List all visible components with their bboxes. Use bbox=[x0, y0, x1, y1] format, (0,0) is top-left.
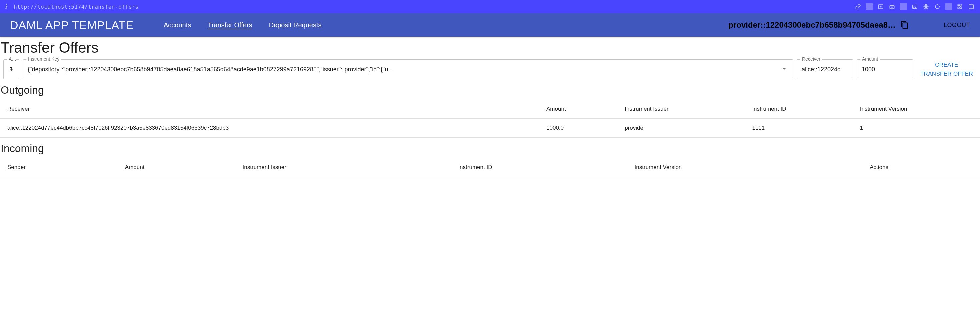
create-label-line2: TRANSFER OFFER bbox=[920, 69, 973, 78]
nav-deposit-requests[interactable]: Deposit Requests bbox=[269, 21, 322, 29]
table-header-row: Receiver Amount Instrument Issuer Instru… bbox=[0, 100, 980, 119]
cell-id: 1111 bbox=[745, 119, 852, 138]
copy-icon[interactable] bbox=[900, 21, 909, 29]
outgoing-table: Receiver Amount Instrument Issuer Instru… bbox=[0, 100, 980, 138]
url-display: http://localhost:5174/transfer-offers bbox=[14, 4, 138, 10]
col-amount: Amount bbox=[118, 158, 235, 177]
cell-issuer: provider bbox=[617, 119, 745, 138]
devtools-icons bbox=[855, 3, 975, 10]
nav-accounts[interactable]: Accounts bbox=[164, 21, 191, 29]
link-icon[interactable] bbox=[855, 3, 861, 10]
col-id: Instrument ID bbox=[745, 100, 852, 119]
account-select[interactable]: A.. 1̶ bbox=[3, 59, 19, 79]
puzzle-icon[interactable] bbox=[957, 3, 963, 10]
globe-icon[interactable] bbox=[923, 3, 929, 10]
party-id: provider::12204300ebc7b658b94705daea8… bbox=[728, 20, 896, 30]
crosshair-icon[interactable] bbox=[934, 3, 941, 10]
download-icon[interactable] bbox=[877, 3, 884, 10]
table-header-row: Sender Amount Instrument Issuer Instrume… bbox=[0, 158, 980, 177]
amount-field[interactable]: Amount bbox=[857, 59, 913, 79]
receiver-field[interactable]: Receiver bbox=[797, 59, 853, 79]
svg-rect-6 bbox=[969, 5, 974, 9]
receiver-input[interactable] bbox=[802, 66, 848, 73]
instrument-select[interactable]: Instrument Key {"depository":"provider::… bbox=[23, 59, 793, 79]
col-issuer: Instrument Issuer bbox=[235, 158, 451, 177]
incoming-table: Sender Amount Instrument Issuer Instrume… bbox=[0, 158, 980, 177]
app-bar: DAML APP TEMPLATE Accounts Transfer Offe… bbox=[0, 13, 980, 37]
col-sender: Sender bbox=[0, 158, 118, 177]
devtools-bar: i http://localhost:5174/transfer-offers bbox=[0, 0, 980, 13]
cell-version: 1 bbox=[853, 119, 980, 138]
terminal-icon[interactable] bbox=[912, 3, 918, 10]
nav-transfer-offers[interactable]: Transfer Offers bbox=[208, 21, 252, 29]
instrument-value: {"depository":"provider::12204300ebc7b65… bbox=[28, 66, 778, 73]
divider bbox=[945, 3, 952, 10]
svg-point-2 bbox=[891, 6, 893, 8]
incoming-heading: Incoming bbox=[0, 142, 980, 155]
table-row: alice::122024d77ec44db6bb7cc48f7026ff923… bbox=[0, 119, 980, 138]
instrument-label: Instrument Key bbox=[26, 56, 61, 62]
divider bbox=[900, 3, 907, 10]
panel-icon[interactable] bbox=[968, 3, 975, 10]
main-nav: Accounts Transfer Offers Deposit Request… bbox=[164, 21, 322, 29]
col-version: Instrument Version bbox=[853, 100, 980, 119]
cell-receiver: alice::122024d77ec44db6bb7cc48f7026ff923… bbox=[0, 119, 539, 138]
create-label-line1: CREATE bbox=[935, 60, 958, 69]
outgoing-heading: Outgoing bbox=[0, 84, 980, 96]
amount-input[interactable] bbox=[862, 66, 908, 73]
account-value: 1̶ bbox=[10, 66, 13, 73]
col-actions: Actions bbox=[862, 158, 980, 177]
app-title: DAML APP TEMPLATE bbox=[10, 19, 134, 32]
receiver-label: Receiver bbox=[800, 56, 822, 62]
col-version: Instrument Version bbox=[627, 158, 863, 177]
col-id: Instrument ID bbox=[451, 158, 627, 177]
camera-icon[interactable] bbox=[889, 3, 895, 10]
info-icon: i bbox=[5, 3, 7, 10]
cell-amount: 1000.0 bbox=[539, 119, 617, 138]
create-form: A.. 1̶ Instrument Key {"depository":"pro… bbox=[0, 59, 980, 79]
amount-label: Amount bbox=[860, 56, 880, 62]
page-title: Transfer Offers bbox=[0, 39, 980, 56]
svg-point-5 bbox=[935, 5, 939, 9]
logout-button[interactable]: LOGOUT bbox=[943, 22, 970, 29]
col-amount: Amount bbox=[539, 100, 617, 119]
chevron-down-icon bbox=[780, 65, 788, 74]
divider bbox=[866, 3, 873, 10]
create-transfer-offer-button[interactable]: CREATE TRANSFER OFFER bbox=[917, 59, 977, 79]
col-receiver: Receiver bbox=[0, 100, 539, 119]
svg-rect-3 bbox=[912, 5, 917, 9]
account-label: A.. bbox=[7, 56, 16, 62]
col-issuer: Instrument Issuer bbox=[617, 100, 745, 119]
page-content: Transfer Offers A.. 1̶ Instrument Key {"… bbox=[0, 39, 980, 190]
